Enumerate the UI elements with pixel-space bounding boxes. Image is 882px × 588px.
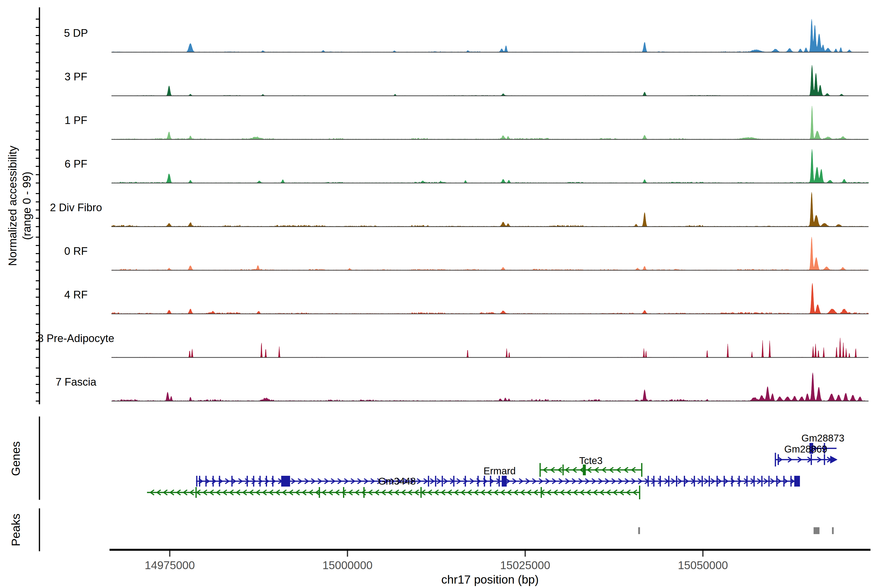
x-tick-label-15000000: 15000000 <box>322 559 373 572</box>
gene-exon-block <box>502 476 507 487</box>
gene-exon-tick <box>253 476 254 487</box>
gene-exon-tick <box>247 476 248 487</box>
gene-exon-tick <box>738 476 740 487</box>
gene-exon-tick <box>811 454 812 465</box>
peak-region-mark <box>814 527 819 534</box>
gene-exon-tick <box>790 476 792 487</box>
gene-label-ermard: Ermard <box>484 465 516 477</box>
y-axis-title: Normalized accessibility (range 0 - 99) <box>6 146 34 266</box>
coverage-track-1 <box>111 19 868 52</box>
x-tick-label-14975000: 14975000 <box>145 559 195 572</box>
gene-label-gm28869: Gm28869 <box>784 444 827 455</box>
track-label-7-fascia: 7 Fascia <box>56 376 96 388</box>
gene-exon-tick <box>343 487 344 498</box>
gene-exon-tick <box>465 476 466 487</box>
gene-exon-tick <box>824 454 825 465</box>
y-axis-title-line1: Normalized accessibility <box>6 146 20 266</box>
gene-exon-tick <box>272 476 273 487</box>
gene-exon-tick <box>205 476 207 487</box>
gene-exon-tick <box>212 476 214 487</box>
gene-end-bar <box>639 486 640 499</box>
gene-exon-tick <box>442 476 443 487</box>
peak-region-mark <box>638 527 640 534</box>
track-label-2-div-fibro: 2 Div Fibro <box>50 201 102 214</box>
gene-exon-tick <box>490 476 491 487</box>
gene-exon-block <box>281 476 290 487</box>
gene-exon-tick <box>477 476 479 487</box>
x-tick-label-15050000: 15050000 <box>678 559 728 572</box>
gene-exon-tick <box>768 476 770 487</box>
coverage-track-2 <box>111 65 868 96</box>
gene-exon-tick <box>783 476 784 487</box>
gene-exon-tick <box>199 476 200 487</box>
gene-exon-tick <box>195 487 197 498</box>
gene-exon-tick <box>778 454 779 465</box>
gene-end-bar <box>775 453 776 466</box>
genes-section-label: Genes <box>9 441 22 476</box>
peaks-section-label: Peaks <box>9 513 22 546</box>
track-label-0-rf: 0 RF <box>64 245 87 257</box>
track-label-5-dp: 5 DP <box>64 27 88 39</box>
gene-exon-tick <box>746 476 747 487</box>
coverage-track-7 <box>111 283 868 314</box>
gene-exon-tick <box>453 476 454 487</box>
gene-label-gm28873: Gm28873 <box>801 433 844 444</box>
track-label-1-pf: 1 PF <box>64 114 87 126</box>
gene-exon-tick <box>363 487 364 498</box>
gene-exon-block <box>583 465 586 475</box>
gene-exon-tick <box>694 476 695 487</box>
gene-exon-tick <box>761 476 762 487</box>
gene-exon-tick <box>260 476 261 487</box>
track-label-8-pre-adipocyte: 8 Pre-Adipocyte <box>38 332 114 345</box>
coverage-track-9 <box>111 373 868 401</box>
gene-exon-tick <box>231 476 232 487</box>
gene-exon-tick <box>660 476 661 487</box>
gene-exon-tick <box>219 476 220 487</box>
gene-exon-tick <box>731 476 732 487</box>
gene-exon-tick <box>717 476 718 487</box>
coverage-track-5 <box>111 192 868 226</box>
gene-end-bar <box>641 463 642 477</box>
gene-exon-tick <box>753 476 754 487</box>
x-axis-line <box>110 549 870 551</box>
gene-exon-tick <box>709 476 710 487</box>
gene-exon-tick <box>319 487 320 498</box>
gene-exon-tick <box>724 476 725 487</box>
gene-exon-tick <box>676 476 677 487</box>
gene-exon-tick <box>562 465 564 475</box>
coverage-plot: Normalized accessibility (range 0 - 99) … <box>0 0 882 588</box>
coverage-track-3 <box>111 106 868 140</box>
track-label-4-rf: 4 RF <box>64 289 87 301</box>
gene-exon-tick <box>266 476 267 487</box>
gene-exon-tick <box>420 487 422 498</box>
x-axis-title: chr17 position (bp) <box>441 573 539 586</box>
gene-exon-tick <box>435 476 436 487</box>
gene-exon-tick <box>702 476 703 487</box>
genome-browser-canvas <box>0 0 882 588</box>
coverage-track-4 <box>111 149 868 183</box>
gene-label-tcte3: Tcte3 <box>579 455 603 466</box>
gene-exon-tick <box>541 487 542 498</box>
gene-exon-tick <box>428 476 429 487</box>
gene-exon-tick <box>776 476 777 487</box>
track-label-3-pf: 3 PF <box>64 70 87 83</box>
gene-exon-tick <box>196 476 198 487</box>
y-axis-title-line2: (range 0 - 99) <box>20 146 34 266</box>
gene-exon-tick <box>653 476 654 487</box>
gene-terminal-arrow-icon <box>830 456 837 464</box>
gene-exon-tick <box>484 476 485 487</box>
gene-label-gm3448: Gm3448 <box>378 476 416 487</box>
peak-region-mark <box>832 527 834 534</box>
gene-exon-tick <box>499 476 500 487</box>
gene-exon-tick <box>684 476 685 487</box>
gene-exon-tick <box>668 476 669 487</box>
x-tick-label-15025000: 15025000 <box>500 559 550 572</box>
gene-end-bar <box>540 463 541 477</box>
coverage-track-6 <box>111 237 868 270</box>
gene-exon-block <box>794 476 800 487</box>
track-label-6-pf: 6 PF <box>64 158 87 170</box>
gene-exon-tick <box>648 476 649 487</box>
coverage-track-8 <box>111 338 868 357</box>
